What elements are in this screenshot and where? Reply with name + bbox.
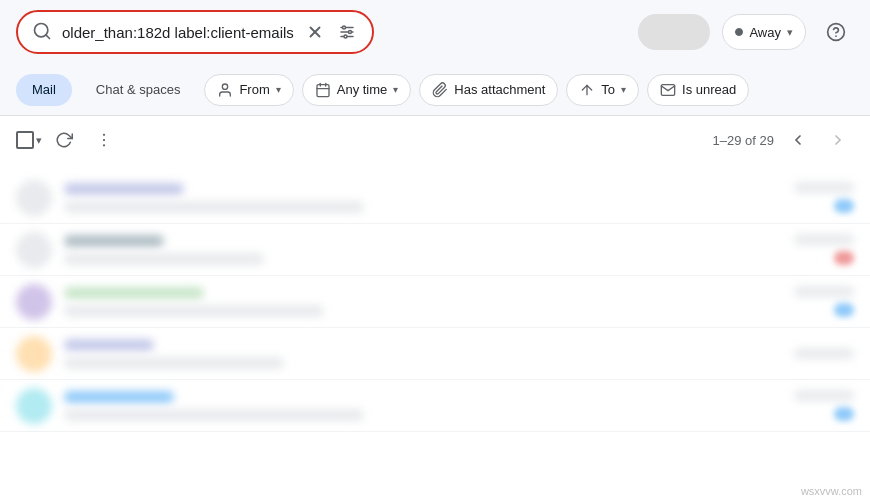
tab-chat-spaces[interactable]: Chat & spaces [80, 74, 197, 106]
watermark: wsxvvw.com [801, 485, 862, 497]
unread-chip-label: Is unread [682, 82, 736, 97]
select-all-chevron-icon: ▾ [36, 134, 42, 147]
select-all-checkbox[interactable] [16, 131, 34, 149]
sender-name [64, 183, 184, 195]
email-date [794, 182, 854, 193]
next-page-button[interactable] [822, 124, 854, 156]
filter-bar: Mail Chat & spaces From ▾ Any time ▾ Has… [0, 64, 870, 116]
email-meta [794, 390, 854, 421]
filter-from-chip[interactable]: From ▾ [204, 74, 293, 106]
svg-rect-13 [317, 84, 329, 96]
email-badge [834, 199, 854, 213]
svg-point-18 [103, 134, 105, 136]
email-content [64, 183, 782, 213]
avatar [16, 284, 52, 320]
email-subject [64, 201, 364, 213]
refresh-button[interactable] [46, 122, 82, 158]
tab-mail[interactable]: Mail [16, 74, 72, 106]
email-date [794, 390, 854, 401]
email-date [794, 348, 854, 359]
email-badge [834, 303, 854, 317]
avatar [16, 336, 52, 372]
search-options-button[interactable] [336, 21, 358, 43]
search-icon [32, 21, 52, 44]
help-button[interactable] [818, 14, 854, 50]
anytime-chip-chevron-icon: ▾ [393, 84, 398, 95]
search-clear-button[interactable] [304, 21, 326, 43]
email-content [64, 339, 782, 369]
filter-to-chip[interactable]: To ▾ [566, 74, 639, 106]
avatar [16, 180, 52, 216]
status-dot [735, 28, 743, 36]
email-content [64, 235, 782, 265]
svg-point-9 [344, 35, 347, 38]
search-query-text: older_than:182d label:client-emails [62, 24, 294, 41]
svg-point-19 [103, 139, 105, 141]
pagination-info: 1–29 of 29 [713, 124, 854, 156]
table-row[interactable] [0, 276, 870, 328]
status-label: Away [749, 25, 781, 40]
email-meta [794, 182, 854, 213]
svg-line-1 [46, 34, 50, 38]
filter-unread-chip[interactable]: Is unread [647, 74, 749, 106]
email-meta [794, 348, 854, 359]
email-list: wsxvvw.com [0, 164, 870, 503]
prev-page-button[interactable] [782, 124, 814, 156]
email-content [64, 287, 782, 317]
email-rows [0, 164, 870, 440]
status-chevron-icon: ▾ [787, 26, 793, 39]
email-date [794, 234, 854, 245]
email-badge [834, 251, 854, 265]
email-content [64, 391, 782, 421]
filter-attachment-chip[interactable]: Has attachment [419, 74, 558, 106]
sender-name [64, 391, 174, 403]
attachment-chip-label: Has attachment [454, 82, 545, 97]
email-subject [64, 357, 284, 369]
from-chip-label: From [239, 82, 269, 97]
table-row[interactable] [0, 328, 870, 380]
sender-name [64, 339, 154, 351]
table-row[interactable] [0, 224, 870, 276]
email-subject [64, 409, 364, 421]
table-row[interactable] [0, 380, 870, 432]
svg-point-8 [348, 31, 351, 34]
search-box: older_than:182d label:client-emails [16, 10, 374, 54]
svg-point-12 [223, 84, 228, 89]
svg-point-20 [103, 144, 105, 146]
email-date [794, 286, 854, 297]
select-all-checkbox-area[interactable]: ▾ [16, 131, 42, 149]
avatar [16, 388, 52, 424]
to-chip-chevron-icon: ▾ [621, 84, 626, 95]
avatar [638, 14, 710, 50]
sender-name [64, 287, 204, 299]
table-row[interactable] [0, 172, 870, 224]
to-chip-label: To [601, 82, 615, 97]
more-options-button[interactable] [86, 122, 122, 158]
email-subject [64, 305, 324, 317]
sender-name [64, 235, 164, 247]
svg-point-7 [342, 26, 345, 29]
action-bar: ▾ 1–29 of 29 [0, 116, 870, 164]
anytime-chip-label: Any time [337, 82, 388, 97]
pagination-text: 1–29 of 29 [713, 133, 774, 148]
from-chip-chevron-icon: ▾ [276, 84, 281, 95]
email-subject [64, 253, 264, 265]
top-bar: older_than:182d label:client-emails Away… [0, 0, 870, 64]
filter-anytime-chip[interactable]: Any time ▾ [302, 74, 412, 106]
email-meta [794, 286, 854, 317]
email-badge [834, 407, 854, 421]
email-meta [794, 234, 854, 265]
status-button[interactable]: Away ▾ [722, 14, 806, 50]
avatar [16, 232, 52, 268]
